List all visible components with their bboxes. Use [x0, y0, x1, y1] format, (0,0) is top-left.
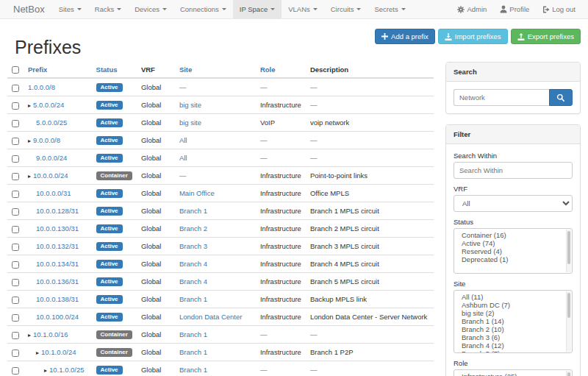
site-link[interactable]: Branch 3: [179, 242, 207, 250]
listbox-option[interactable]: big site (2): [454, 309, 572, 317]
site-link[interactable]: Branch 1: [179, 330, 207, 338]
listbox-option[interactable]: Branch 1 (14): [454, 317, 572, 325]
prefix-link[interactable]: 5.0.0.0/25: [36, 118, 67, 127]
nav-item-connections[interactable]: Connections: [173, 0, 233, 18]
nav-item-secrets[interactable]: Secrets: [368, 0, 412, 18]
row-checkbox[interactable]: [12, 314, 19, 322]
site-link[interactable]: London Data Center: [179, 313, 243, 321]
row-checkbox[interactable]: [12, 244, 19, 251]
scrollbar[interactable]: [566, 371, 571, 376]
nav-item-profile[interactable]: Profile: [493, 0, 536, 18]
prefix-link[interactable]: 1.0.0.0/8: [28, 83, 55, 91]
site-link[interactable]: Branch 2: [179, 224, 207, 233]
status-listbox[interactable]: Container (16)Active (74)Reserved (4)Dep…: [453, 228, 573, 274]
listbox-option[interactable]: Reserved (4): [454, 247, 572, 255]
import-prefixes-button[interactable]: Import prefixes: [438, 29, 508, 44]
site-link[interactable]: Branch 1: [179, 348, 207, 356]
add-prefix-button[interactable]: Add a prefix: [375, 29, 435, 44]
listbox-option[interactable]: Branch 5 (7): [454, 350, 572, 353]
row-checkbox[interactable]: [12, 350, 19, 357]
site-link[interactable]: Main Office: [179, 189, 215, 197]
prefix-link[interactable]: 10.1.0.0/25: [49, 366, 85, 374]
page-header: Prefixes Add a prefix Import prefixes Ex…: [7, 19, 581, 62]
row-checkbox[interactable]: [12, 208, 19, 216]
listbox-option[interactable]: Branch 4 (12): [454, 341, 572, 350]
vrf-select[interactable]: All: [453, 195, 573, 212]
row-checkbox[interactable]: [12, 155, 19, 163]
status-badge: Active: [96, 101, 123, 110]
scrollbar[interactable]: [566, 230, 571, 272]
prefix-link[interactable]: 10.0.100.0/24: [36, 313, 79, 321]
listbox-option[interactable]: All (11): [454, 293, 572, 301]
column-header-status[interactable]: Status: [92, 62, 137, 78]
site-link[interactable]: Branch 1: [179, 295, 207, 303]
table-row: 9.0.0.0/24 Active Global All — —: [7, 149, 434, 167]
scrollbar[interactable]: [566, 291, 571, 352]
prefix-link[interactable]: 9.0.0.0/8: [33, 136, 60, 144]
row-checkbox[interactable]: [12, 297, 19, 304]
prefix-link[interactable]: 10.0.0.132/31: [36, 242, 79, 250]
nav-item-circuits[interactable]: Circuits: [324, 0, 368, 18]
row-checkbox[interactable]: [12, 102, 19, 110]
expand-arrow-icon: ▸: [44, 367, 47, 374]
prefix-link[interactable]: 10.0.0.130/31: [36, 224, 79, 233]
brand[interactable]: NetBox: [6, 0, 52, 18]
prefix-link[interactable]: 10.0.0.136/31: [36, 277, 79, 285]
prefix-link[interactable]: 9.0.0.0/24: [36, 154, 67, 162]
row-checkbox[interactable]: [12, 120, 19, 127]
column-header-role[interactable]: Role: [256, 62, 306, 78]
site-listbox[interactable]: All (11)Ashburn DC (7)big site (2)Branch…: [453, 290, 573, 353]
listbox-option[interactable]: Container (16): [454, 231, 572, 239]
nav-item-vlans[interactable]: VLANs: [282, 0, 324, 18]
prefix-link[interactable]: 5.0.0.0/24: [33, 101, 64, 109]
description-value: Branch 5 MPLS circuit: [306, 273, 434, 291]
prefix-link[interactable]: 10.1.0.0/24: [41, 348, 76, 356]
listbox-option[interactable]: Branch 2 (10): [454, 325, 572, 333]
nav-item-devices[interactable]: Devices: [128, 0, 173, 18]
row-checkbox[interactable]: [12, 226, 19, 233]
role-listbox[interactable]: Infrastructure (25)Management (8)Private…: [453, 369, 573, 376]
search-input[interactable]: [453, 89, 549, 106]
column-header-prefix[interactable]: Prefix: [24, 62, 92, 78]
description-value: London Data Center - Server Network: [306, 308, 434, 326]
prefix-link[interactable]: 10.0.0.134/31: [36, 260, 79, 268]
listbox-option[interactable]: Ashburn DC (7): [454, 301, 572, 309]
site-link[interactable]: All: [179, 154, 187, 162]
listbox-option[interactable]: Active (74): [454, 239, 572, 247]
row-checkbox[interactable]: [12, 332, 19, 339]
nav-item-ip-space[interactable]: IP Space: [233, 0, 282, 18]
row-checkbox[interactable]: [12, 85, 19, 92]
site-link[interactable]: Branch 1: [179, 207, 207, 215]
listbox-option[interactable]: Branch 3 (6): [454, 333, 572, 341]
column-header-site[interactable]: Site: [175, 62, 256, 78]
row-checkbox[interactable]: [12, 279, 19, 286]
prefix-link[interactable]: 10.1.0.0/16: [33, 330, 68, 338]
site-link[interactable]: All: [179, 136, 187, 144]
role-value: —: [256, 326, 306, 344]
row-checkbox[interactable]: [12, 138, 19, 145]
description-value: Branch 1 P2P: [306, 344, 434, 361]
site-link[interactable]: Branch 4: [179, 277, 207, 285]
site-link[interactable]: big site: [179, 101, 201, 109]
nav-item-racks[interactable]: Racks: [88, 0, 128, 18]
nav-item-admin[interactable]: Admin: [451, 0, 493, 18]
search-button[interactable]: [549, 89, 573, 106]
nav-item-sites[interactable]: Sites: [52, 0, 88, 18]
prefix-link[interactable]: 10.0.0.0/24: [33, 171, 68, 180]
site-link[interactable]: Branch 4: [179, 260, 207, 268]
search-within-input[interactable]: [453, 162, 573, 179]
prefix-link[interactable]: 10.0.0.128/31: [36, 207, 79, 215]
listbox-option[interactable]: Deprecated (1): [454, 255, 572, 263]
row-checkbox[interactable]: [12, 191, 19, 198]
prefix-link[interactable]: 10.0.0.0/31: [36, 189, 71, 197]
row-checkbox[interactable]: [12, 173, 19, 180]
row-checkbox[interactable]: [12, 367, 19, 375]
prefix-link[interactable]: 10.0.0.138/31: [36, 295, 79, 303]
nav-item-logout[interactable]: Log out: [536, 0, 582, 18]
export-prefixes-button[interactable]: Export prefixes: [511, 29, 581, 44]
row-checkbox[interactable]: [12, 261, 19, 269]
site-link[interactable]: big site: [179, 118, 201, 127]
listbox-option[interactable]: Infrastructure (25): [454, 372, 572, 376]
select-all-checkbox[interactable]: [12, 66, 19, 74]
site-link[interactable]: Branch 1: [179, 366, 207, 374]
